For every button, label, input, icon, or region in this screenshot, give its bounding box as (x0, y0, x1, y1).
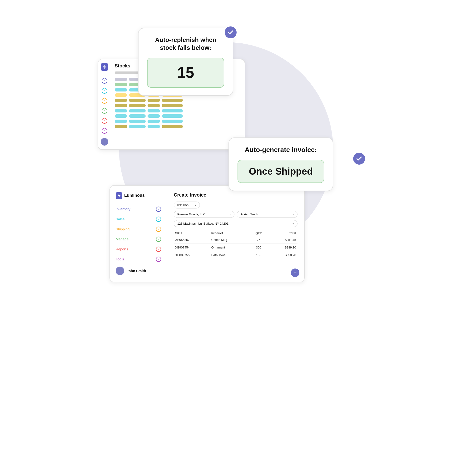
pill (147, 104, 160, 107)
create-invoice-panel: Luminous Inventory › Sales › Shipping › … (110, 185, 305, 282)
nav-dot-yellow[interactable]: › (102, 98, 107, 104)
address-value: 123 Macintosh Ln, Buffalo, NY 14201 (177, 222, 228, 226)
cell-qty: 105 (249, 251, 268, 259)
cell-product: Ornament (210, 244, 249, 251)
sidebar-item-tools[interactable]: Tools › (116, 257, 161, 262)
sidebar-item-sales[interactable]: Sales › (116, 217, 161, 222)
logo-area: Luminous (116, 192, 161, 199)
nav-dot-red[interactable]: › (102, 118, 107, 124)
table-row (115, 114, 241, 118)
address-dropdown[interactable]: 123 Macintosh Ln, Buffalo, NY 14201 ∨ (174, 220, 298, 227)
table-row (115, 104, 241, 107)
table-row (115, 99, 241, 102)
invoice-value-box: Once Shipped (238, 160, 324, 183)
scene: Auto-replenish when stock falls below: 1… (95, 23, 381, 428)
pill (129, 99, 146, 102)
sidebar-arrow-manage[interactable]: › (156, 237, 161, 242)
pill (162, 104, 183, 107)
pill (115, 99, 127, 102)
invoice-auto-card-title: Auto-generate invoice: (238, 146, 324, 154)
nav-dot-teal[interactable]: › (102, 88, 107, 94)
table-row (115, 125, 241, 128)
pill (147, 114, 160, 118)
sidebar-label-sales: Sales (116, 217, 125, 221)
pill (115, 83, 127, 86)
pill (162, 109, 183, 113)
pill (162, 125, 183, 128)
chevron-down-icon: ∨ (229, 213, 231, 216)
stocks-logo-icon (101, 63, 108, 71)
sidebar-arrow-sales[interactable]: › (156, 217, 161, 222)
sidebar-label-shipping: Shipping (116, 227, 129, 231)
cell-product: Coffee Mug (210, 236, 249, 244)
sidebar-label-reports: Reports (116, 247, 128, 251)
replenish-threshold-value: 15 (177, 64, 194, 81)
table-row (115, 119, 241, 123)
nav-dot-purple[interactable]: › (102, 128, 107, 134)
address-row: 123 Macintosh Ln, Buffalo, NY 14201 ∨ (174, 220, 298, 227)
cell-total: $850.70 (268, 251, 298, 259)
pill (129, 114, 146, 118)
sidebar-item-reports[interactable]: Reports › (116, 247, 161, 252)
sidebar-arrow-shipping[interactable]: › (156, 226, 161, 232)
sidebar-arrow-reports[interactable]: › (156, 247, 161, 252)
pill (162, 114, 183, 118)
logo-text: Luminous (124, 193, 145, 198)
cell-total: $351.75 (268, 236, 298, 244)
user-avatar (116, 267, 124, 275)
table-row (115, 109, 241, 113)
chevron-down-icon: ∨ (292, 213, 294, 216)
date-row: 09/30/22 ∨ (174, 201, 298, 208)
pill (115, 109, 127, 113)
pill (115, 114, 127, 118)
pill (147, 109, 160, 113)
pill (115, 104, 127, 107)
sidebar-item-inventory[interactable]: Inventory › (116, 207, 161, 212)
invoice-content: Create Invoice 09/30/22 ∨ Premier Goods,… (167, 186, 304, 282)
sidebar-item-shipping[interactable]: Shipping › (116, 226, 161, 232)
sidebar-label-inventory: Inventory (116, 207, 130, 211)
date-dropdown[interactable]: 09/30/22 ∨ (174, 201, 200, 208)
cell-total: $289.30 (268, 244, 298, 251)
cell-product: Bath Towel (210, 251, 249, 259)
pill (115, 88, 127, 92)
pill (129, 119, 146, 123)
cell-sku: XB907454 (174, 244, 210, 251)
pill (129, 125, 146, 128)
check-badge-invoice (352, 152, 366, 166)
replenish-card: Auto-replenish when stock falls below: 1… (138, 28, 233, 96)
table-row: XB009755 Bath Towel 105 $850.70 (174, 251, 298, 259)
add-item-button[interactable]: + (291, 269, 299, 277)
invoice-trigger-value: Once Shipped (249, 166, 313, 176)
logo-icon (116, 192, 122, 199)
vendor-dropdown[interactable]: Premier Goods, LLC ∨ (174, 211, 234, 218)
cell-sku: XB054357 (174, 236, 210, 244)
nav-dot-green[interactable]: › (102, 108, 107, 114)
sidebar-arrow-inventory[interactable]: › (156, 207, 161, 212)
pill (115, 119, 127, 123)
replenish-value-box: 15 (147, 58, 224, 88)
table-header-qty: QTY (249, 230, 268, 236)
chevron-down-icon: ∨ (195, 204, 196, 206)
pill (115, 93, 127, 97)
invoice-content-title: Create Invoice (174, 192, 298, 198)
table-header-sku: SKU (174, 230, 210, 236)
pill (115, 78, 127, 81)
chevron-down-icon: ∨ (292, 222, 294, 225)
pill (147, 99, 160, 102)
user-area: John Smith (116, 267, 161, 275)
sidebar-label-manage: Manage (116, 237, 128, 241)
nav-user-circle (101, 138, 108, 146)
nav-dot-blue[interactable]: › (102, 78, 107, 84)
invoice-sidebar: Luminous Inventory › Sales › Shipping › … (110, 186, 167, 282)
pill (162, 119, 183, 123)
pill (129, 104, 146, 107)
vendor-contact-row: Premier Goods, LLC ∨ Adrian Smith ∨ (174, 211, 298, 218)
table-row: XB054357 Coffee Mug 75 $351.75 (174, 236, 298, 244)
sidebar-arrow-tools[interactable]: › (156, 257, 161, 262)
table-row: XB907454 Ornament 300 $289.30 (174, 244, 298, 251)
contact-dropdown[interactable]: Adrian Smith ∨ (237, 211, 298, 218)
sidebar-item-manage[interactable]: Manage › (116, 237, 161, 242)
date-value: 09/30/22 (177, 203, 189, 207)
table-header-total: Total (268, 230, 298, 236)
